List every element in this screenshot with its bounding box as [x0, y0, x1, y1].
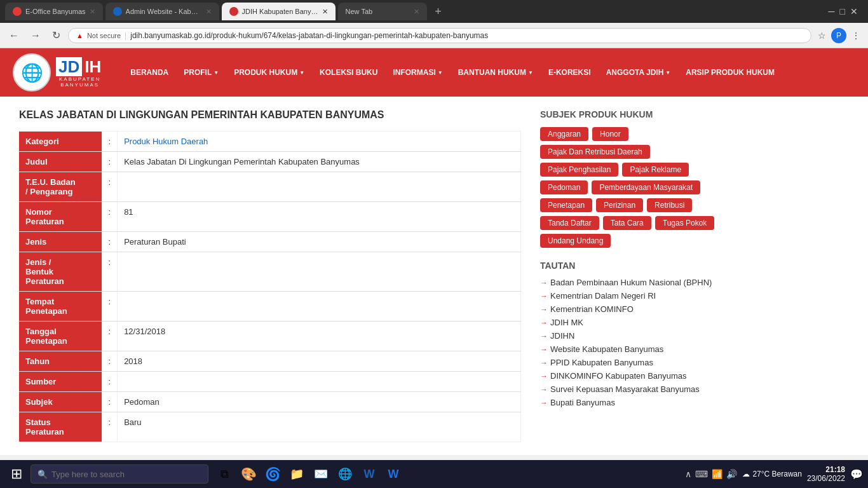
- new-tab-button[interactable]: +: [430, 3, 447, 20]
- nav-beranda[interactable]: BERANDA: [123, 63, 176, 82]
- kategori-link[interactable]: Produk Hukum Daerah: [124, 137, 208, 146]
- label-subjek: Subjek: [19, 392, 102, 412]
- label-tanggal: TanggalPenetapan: [19, 322, 102, 351]
- tab-label-jdih: JDIH Kabupaten Banyumas: [242, 8, 318, 15]
- label-teu: T.E.U. Badan/ Pengarang: [19, 172, 102, 202]
- refresh-button[interactable]: ↻: [48, 27, 64, 44]
- anggota-arrow: ▼: [665, 70, 670, 76]
- arrow-icon: →: [540, 358, 548, 367]
- link-jdihmk[interactable]: → JDIH MK: [540, 318, 731, 327]
- logo-globe-icon: 🌐: [21, 62, 43, 83]
- logo-text: JD IH KABUPATEN BANYUMAS: [56, 57, 104, 88]
- table-row: Judul : Kelas Jabatan Di Lingkungan Peme…: [19, 152, 521, 172]
- logo-kabupaten: KABUPATEN: [56, 76, 104, 82]
- label-tempat: TempatPenetapan: [19, 292, 102, 322]
- tag-pajak-penghasilan[interactable]: Pajak Penghasilan: [540, 163, 618, 177]
- list-item: → JDIHN: [540, 329, 731, 342]
- tag-pedoman[interactable]: Pedoman: [540, 180, 588, 194]
- logo-circle: 🌐: [13, 53, 51, 92]
- value-tanggal: 12/31/2018: [118, 322, 521, 351]
- link-jdihn[interactable]: → JDIHN: [540, 331, 731, 341]
- table-row: StatusPeraturan : Baru: [19, 412, 521, 442]
- tag-anggaran[interactable]: Anggaran: [540, 127, 588, 141]
- value-nomor: 81: [118, 202, 521, 232]
- tag-tugas-pokok[interactable]: Tugas Pokok: [655, 216, 715, 230]
- value-tahun: 2018: [118, 351, 521, 372]
- back-button[interactable]: ←: [5, 27, 23, 44]
- tab-admin[interactable]: Admin Website - Kabupaten Ban... ✕: [105, 3, 219, 20]
- arrow-icon: →: [540, 292, 548, 301]
- nav-koleksi-buku[interactable]: KOLEKSI BUKU: [312, 63, 385, 82]
- link-ppid[interactable]: → PPID Kabupaten Banyumas: [540, 358, 731, 367]
- tag-undang-undang[interactable]: Undang Undang: [540, 234, 611, 248]
- site-logo[interactable]: 🌐 JD IH KABUPATEN BANYUMAS: [13, 53, 104, 92]
- table-row: Jenis : Peraturan Bupati: [19, 232, 521, 252]
- link-website-kab[interactable]: → Website Kabupaten Banyumas: [540, 344, 731, 354]
- logo-banyumas: BANYUMAS: [56, 82, 104, 88]
- nav-ekoreksi[interactable]: E-KOREKSI: [541, 63, 599, 82]
- arrow-icon: →: [540, 332, 548, 341]
- forward-button[interactable]: →: [27, 27, 44, 44]
- restore-button[interactable]: □: [840, 6, 845, 17]
- label-kategori: Kategori: [19, 132, 102, 152]
- close-button[interactable]: ✕: [850, 6, 858, 17]
- tag-perizinan[interactable]: Perizinan: [596, 198, 643, 212]
- tab-close-newtab[interactable]: ✕: [414, 8, 419, 16]
- tag-honor[interactable]: Honor: [592, 127, 628, 141]
- tag-pajak-reklame[interactable]: Pajak Reklame: [622, 163, 689, 177]
- link-survei[interactable]: → Survei Kepuasan Masyarakat Banyumas: [540, 384, 731, 394]
- minimize-button[interactable]: ─: [829, 6, 835, 17]
- label-judul: Judul: [19, 152, 102, 172]
- colon-kategori: :: [102, 132, 118, 152]
- colon-jenis-bentuk: :: [102, 252, 118, 292]
- list-item: → DINKOMINFO Kabupaten Banyumas: [540, 369, 731, 383]
- profile-button[interactable]: P: [831, 28, 846, 43]
- bookmark-star-button[interactable]: ☆: [815, 28, 829, 43]
- detail-table: Kategori : Produk Hukum Daerah Judul : K…: [19, 131, 521, 442]
- menu-button[interactable]: ⋮: [849, 28, 863, 43]
- colon-status: :: [102, 412, 118, 442]
- tag-retribusi[interactable]: Retribusi: [647, 198, 692, 212]
- colon-teu: :: [102, 172, 118, 202]
- value-sumber: [118, 372, 521, 392]
- tab-jdih[interactable]: JDIH Kabupaten Banyumas ✕: [222, 3, 336, 20]
- page-title: KELAS JABATAN DI LINGKUNGAN PEMERINTAH K…: [19, 109, 521, 121]
- tag-penetapan[interactable]: Penetapan: [540, 198, 592, 212]
- label-status: StatusPeraturan: [19, 412, 102, 442]
- tab-favicon-jdih: [229, 7, 238, 16]
- tag-tanda-daftar[interactable]: Tanda Daftar: [540, 216, 599, 230]
- list-item: → JDIH MK: [540, 316, 731, 329]
- link-kominfo[interactable]: → Kementrian KOMINFO: [540, 304, 731, 314]
- tab-favicon-admin: [113, 7, 122, 16]
- main-nav: BERANDA PROFIL ▼ PRODUK HUKUM ▼ KOLEKSI …: [123, 63, 855, 82]
- colon-judul: :: [102, 152, 118, 172]
- tab-eoffice[interactable]: E-Office Banyumas ✕: [5, 3, 103, 20]
- tag-pajak-retribusi[interactable]: Pajak Dan Retribusi Daerah: [540, 145, 650, 159]
- link-bphn[interactable]: → Badan Pembinaan Hukum Nasional (BPHN): [540, 278, 731, 287]
- address-bar[interactable]: ▲ Not secure | jdih.banyumaskab.go.id/pr…: [68, 28, 811, 43]
- tab-close-jdih[interactable]: ✕: [322, 8, 328, 16]
- link-bupati[interactable]: → Bupati Banyumas: [540, 398, 731, 407]
- table-row: Kategori : Produk Hukum Daerah: [19, 132, 521, 152]
- tab-label-newtab: New Tab: [346, 8, 373, 15]
- nav-bantuan-hukum[interactable]: BANTUAN HUKUM ▼: [451, 63, 541, 82]
- tab-close-eoffice[interactable]: ✕: [90, 8, 95, 16]
- list-item: → Badan Pembinaan Hukum Nasional (BPHN): [540, 276, 731, 289]
- link-dinkominfo[interactable]: → DINKOMINFO Kabupaten Banyumas: [540, 371, 731, 381]
- tag-pemberdayaan[interactable]: Pemberdayaan Masyarakat: [592, 180, 700, 194]
- tab-favicon-eoffice: [13, 7, 22, 16]
- nav-anggota-jdih[interactable]: ANGGOTA JDIH ▼: [599, 63, 679, 82]
- tab-close-admin[interactable]: ✕: [206, 8, 212, 16]
- label-tahun: Tahun: [19, 351, 102, 372]
- value-kategori: Produk Hukum Daerah: [118, 132, 521, 152]
- link-kemendagri[interactable]: → Kementrian Dalam Negeri RI: [540, 291, 731, 301]
- nav-produk-hukum[interactable]: PRODUK HUKUM ▼: [226, 63, 312, 82]
- nav-arsip[interactable]: ARSIP PRODUK HUKUM: [678, 63, 782, 82]
- colon-tempat: :: [102, 292, 118, 322]
- tab-newtab[interactable]: New Tab ✕: [338, 3, 427, 20]
- tag-tata-cara[interactable]: Tata Cara: [603, 216, 651, 230]
- nav-profil[interactable]: PROFIL ▼: [176, 63, 226, 82]
- nav-informasi[interactable]: INFORMASI ▼: [385, 63, 450, 82]
- arrow-icon: →: [540, 278, 548, 287]
- list-item: → Survei Kepuasan Masyarakat Banyumas: [540, 383, 731, 396]
